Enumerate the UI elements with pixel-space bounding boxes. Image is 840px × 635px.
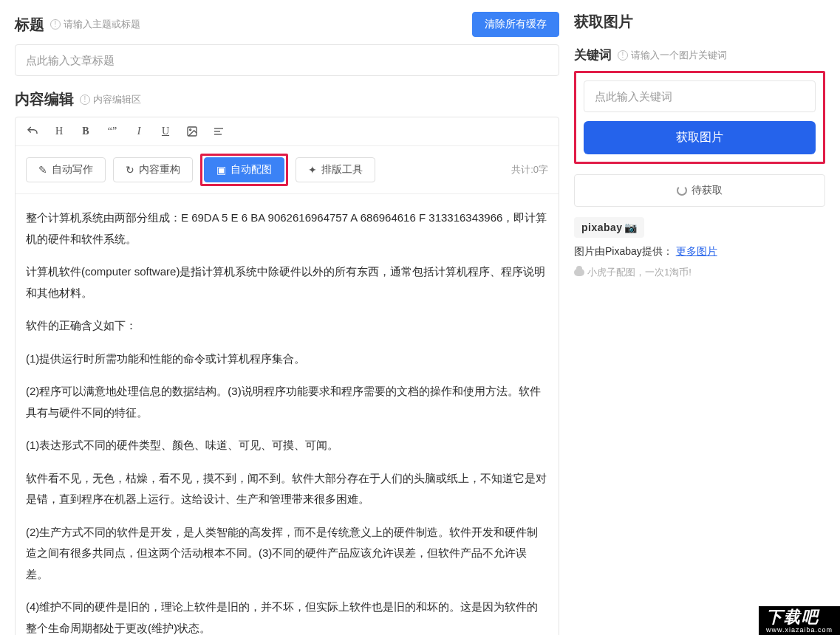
paragraph: (1)提供运行时所需功能和性能的命令或计算机程序集合。 bbox=[26, 349, 548, 370]
content-hint: ! 内容编辑区 bbox=[80, 93, 141, 106]
footer-hint: 小虎子配图，一次1淘币! bbox=[574, 266, 825, 279]
clear-cache-button[interactable]: 清除所有缓存 bbox=[472, 12, 559, 37]
cloud-icon bbox=[574, 269, 584, 276]
get-image-button[interactable]: 获取图片 bbox=[584, 121, 816, 154]
highlight-auto-image: ▣ 自动配图 bbox=[200, 154, 288, 186]
action-toolbar: ✎ 自动写作 ↻ 内容重构 ▣ 自动配图 ✦ 排版工具 共计:0字 bbox=[16, 146, 559, 194]
paragraph: 软件看不见，无色，枯燥，看不见，摸不到，闻不到。软件大部分存在于人们的头脑或纸上… bbox=[26, 468, 548, 510]
layers-icon: ▣ bbox=[216, 164, 226, 176]
heading-icon[interactable]: H bbox=[52, 125, 66, 138]
refresh-icon: ↻ bbox=[126, 164, 134, 176]
align-left-icon[interactable] bbox=[212, 125, 225, 138]
watermark: 下载吧 www.xiazaiba.com bbox=[759, 606, 840, 635]
format-toolbar: H B “” I U bbox=[16, 117, 559, 146]
editor-card: H B “” I U ✎ 自动写作 ↻ 内 bbox=[15, 117, 559, 635]
auto-write-button[interactable]: ✎ 自动写作 bbox=[26, 157, 106, 182]
more-images-link[interactable]: 更多图片 bbox=[676, 245, 717, 257]
content-label: 内容编辑 bbox=[15, 89, 74, 109]
title-section-header: 标题 ! 请输入主题或标题 清除所有缓存 bbox=[15, 12, 559, 37]
svg-point-1 bbox=[190, 129, 191, 131]
provider-line: 图片由Pixabay提供： 更多图片 bbox=[574, 245, 825, 258]
highlight-keyword-box: 获取图片 bbox=[574, 71, 825, 164]
article-title-input[interactable] bbox=[15, 44, 559, 76]
content-section-header: 内容编辑 ! 内容编辑区 bbox=[15, 89, 559, 109]
paragraph: 计算机软件(computer software)是指计算机系统中除硬件以外的所有… bbox=[26, 261, 548, 303]
get-image-header: 获取图片 bbox=[574, 12, 825, 32]
auto-image-button[interactable]: ▣ 自动配图 bbox=[204, 157, 284, 182]
pencil-icon: ✎ bbox=[38, 164, 47, 176]
pixabay-badge: pixabay📷 bbox=[574, 217, 644, 238]
wand-icon: ✦ bbox=[308, 164, 317, 176]
paragraph: (1)表达形式不同的硬件类型、颜色、味道、可见、可摸、可闻。 bbox=[26, 435, 548, 456]
spinner-icon bbox=[677, 185, 687, 196]
quote-icon[interactable]: “” bbox=[106, 125, 119, 138]
undo-icon[interactable] bbox=[26, 125, 39, 138]
italic-icon[interactable]: I bbox=[132, 125, 146, 138]
keyword-label: 关键词 bbox=[574, 47, 612, 64]
pending-status: 待获取 bbox=[574, 174, 825, 207]
keyword-input[interactable] bbox=[584, 80, 816, 112]
paragraph: 整个计算机系统由两部分组成：E 69DA 5 E 6 BA 9062616964… bbox=[26, 207, 548, 250]
underline-icon[interactable]: U bbox=[159, 125, 172, 138]
paragraph: (4)维护不同的硬件是旧的，理论上软件是旧的，并不坏，但实际上软件也是旧的和坏的… bbox=[26, 597, 548, 635]
camera-icon: 📷 bbox=[624, 222, 638, 233]
get-image-title: 获取图片 bbox=[574, 12, 633, 32]
info-icon: ! bbox=[80, 95, 90, 105]
layout-tool-button[interactable]: ✦ 排版工具 bbox=[296, 157, 375, 182]
content-rebuild-button[interactable]: ↻ 内容重构 bbox=[113, 157, 193, 182]
paragraph: (2)生产方式不同的软件是开发，是人类智能的高发挥，而不是传统意义上的硬件制造。… bbox=[26, 522, 548, 586]
title-hint: ! 请输入主题或标题 bbox=[50, 18, 140, 31]
editor-content[interactable]: 整个计算机系统由两部分组成：E 69DA 5 E 6 BA 9062616964… bbox=[16, 194, 559, 635]
paragraph: 软件的正确含义如下： bbox=[26, 315, 548, 337]
bold-icon[interactable]: B bbox=[79, 125, 92, 138]
paragraph: (2)程序可以满意地处理信息的数据结构。(3)说明程序功能要求和程序需要的文档的… bbox=[26, 381, 548, 423]
title-label: 标题 bbox=[15, 15, 44, 35]
word-count: 共计:0字 bbox=[511, 163, 548, 176]
keyword-hint: ! 请输入一个图片关键词 bbox=[618, 49, 727, 62]
info-icon: ! bbox=[618, 50, 628, 61]
info-icon: ! bbox=[50, 19, 61, 30]
image-icon[interactable] bbox=[185, 125, 199, 138]
keyword-header: 关键词 ! 请输入一个图片关键词 bbox=[574, 47, 825, 64]
